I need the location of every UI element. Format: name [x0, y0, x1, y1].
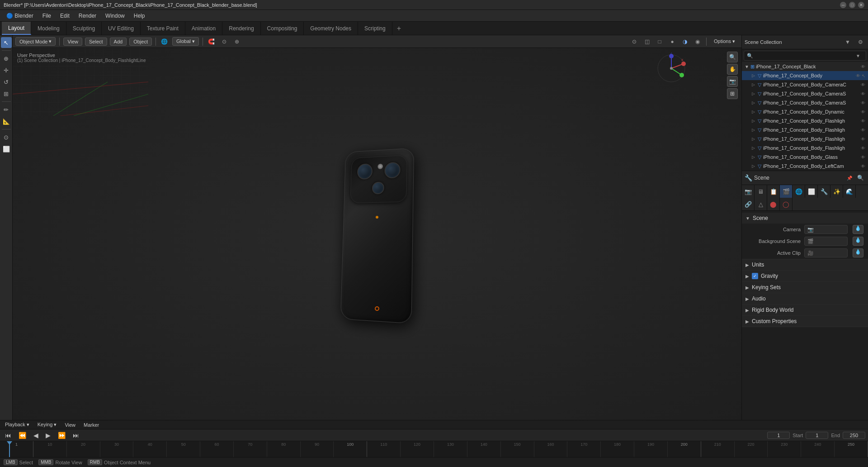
tl-marker-menu[interactable]: Marker [81, 421, 101, 429]
props-shader-icon[interactable]: ◯ [780, 198, 793, 210]
viewport-transform-orientation[interactable]: Global ▾ [172, 37, 199, 46]
shading-solid[interactable]: ● [667, 37, 677, 47]
props-render-icon[interactable]: 📷 [742, 185, 755, 198]
eye-icon[interactable]: 👁 [861, 164, 865, 169]
eye-icon[interactable]: 👁 [861, 119, 865, 124]
props-output-icon[interactable]: 🖥 [755, 185, 767, 198]
select-menu[interactable]: Select [85, 38, 107, 46]
tab-texture-paint[interactable]: Texture Paint [141, 22, 185, 35]
gravity-checkbox[interactable]: ✓ [752, 273, 758, 279]
keying-sets-header[interactable]: ▶ Keying Sets [742, 282, 868, 293]
viewport-options[interactable]: Options ▾ [710, 38, 739, 45]
tab-sculpting[interactable]: Sculpting [66, 22, 102, 35]
eye-icon[interactable]: 👁 [861, 100, 865, 105]
eye-icon[interactable]: 👁 [861, 82, 865, 87]
outliner-item-flash4[interactable]: ▷ ▽ iPhone_17_Concept_Body_Flashligh 👁 [742, 143, 868, 152]
start-frame-input[interactable] [806, 432, 828, 439]
props-search-icon[interactable]: 🔍 [855, 173, 865, 183]
outliner-item-flash2[interactable]: ▷ ▽ iPhone_17_Concept_Body_Flashligh 👁 [742, 125, 868, 134]
viewport-shading-global[interactable]: 🌐 [160, 37, 170, 47]
menu-file[interactable]: File [39, 12, 55, 20]
props-modifiers-icon[interactable]: 🔧 [818, 185, 830, 198]
camera-eyedropper[interactable]: 💧 [853, 225, 863, 234]
eye-icon[interactable]: 👁 [861, 146, 865, 151]
outliner-item-flash3[interactable]: ▷ ▽ iPhone_17_Concept_Body_Flashligh 👁 [742, 134, 868, 143]
shading-material[interactable]: ◑ [680, 37, 690, 47]
menu-edit[interactable]: Edit [57, 12, 73, 20]
bg-scene-field[interactable]: 🎬 [804, 237, 848, 246]
audio-header[interactable]: ▶ Audio [742, 293, 868, 304]
props-scene-icon[interactable]: 🎬 [780, 185, 793, 198]
props-object-icon[interactable]: ⬜ [805, 185, 818, 198]
navigation-gizmo[interactable]: X Y Z [656, 52, 687, 84]
outliner-filter-icon[interactable]: ▼ [843, 37, 853, 47]
outliner-sort-icon[interactable]: ▼ [853, 51, 863, 61]
tab-compositing[interactable]: Compositing [261, 22, 304, 35]
add-cube-button[interactable]: ⬜ [1, 143, 12, 154]
transform-tool-button[interactable]: ⊙ [1, 132, 12, 143]
menu-render[interactable]: Render [75, 12, 100, 20]
units-header[interactable]: ▶ Units [742, 259, 868, 270]
gravity-header[interactable]: ▶ ✓ Gravity [742, 271, 868, 281]
props-pin-icon[interactable]: 📌 [844, 173, 854, 183]
object-menu[interactable]: Object [129, 38, 152, 46]
tab-layout[interactable]: Layout [2, 22, 31, 35]
collection-iphone[interactable]: ▼ ⊞ iPhone_17_Concept_Black 👁 [742, 62, 868, 71]
eye-icon[interactable]: 👁 [861, 155, 865, 160]
tab-rendering[interactable]: Rendering [222, 22, 260, 35]
view-menu[interactable]: View [63, 38, 82, 46]
tab-geometry-nodes[interactable]: Geometry Nodes [304, 22, 358, 35]
scene-section-header[interactable]: ▼ Scene [742, 213, 868, 224]
add-workspace-button[interactable]: + [392, 22, 406, 35]
grid-button[interactable]: ⊞ [727, 88, 738, 99]
transform-pivot[interactable]: ⊕ [232, 37, 242, 47]
tl-playback-menu[interactable]: Playback ▾ [3, 421, 32, 429]
eye-icon[interactable]: 👁 [861, 110, 865, 114]
prev-frame-button[interactable]: ⏪ [16, 431, 28, 440]
mode-selector[interactable]: Object Mode▾ [15, 37, 56, 46]
rigid-body-header[interactable]: ▶ Rigid Body World [742, 305, 868, 315]
active-clip-eyedropper[interactable]: 💧 [853, 248, 863, 257]
play-button[interactable]: ▶ [43, 431, 53, 440]
rotate-tool-button[interactable]: ↺ [1, 76, 12, 87]
props-data-icon[interactable]: △ [755, 198, 767, 210]
zoom-in-button[interactable]: 🔍 [727, 52, 738, 62]
active-clip-field[interactable]: 🎥 [804, 248, 848, 257]
outliner-item-dynamic[interactable]: ▷ ▽ iPhone_17_Concept_Body_Dynamic 👁 [742, 107, 868, 116]
menu-blender[interactable]: 🔵 Blender [3, 12, 37, 20]
search-input[interactable] [755, 53, 851, 58]
eye-icon[interactable]: 👁 [856, 73, 860, 78]
tl-keying-menu[interactable]: Keying ▾ [35, 421, 59, 429]
tab-animation[interactable]: Animation [185, 22, 222, 35]
select-tool-button[interactable]: ↖ [1, 37, 12, 48]
props-material-icon[interactable]: ⬤ [767, 198, 780, 210]
bg-scene-eyedropper[interactable]: 💧 [853, 237, 863, 246]
props-physics-icon[interactable]: 🌊 [843, 185, 856, 198]
3d-viewport[interactable]: User Perspective (1) Scene Collection | … [13, 48, 741, 420]
close-button[interactable]: ✕ [858, 2, 864, 8]
eye-icon[interactable]: 👁 [861, 137, 865, 142]
outliner-item-flash1[interactable]: ▷ ▽ iPhone_17_Concept_Body_Flashligh 👁 [742, 116, 868, 125]
props-particles-icon[interactable]: ✨ [830, 185, 843, 198]
end-frame-input[interactable] [843, 432, 865, 439]
measure-tool-button[interactable]: 📐 [1, 116, 12, 127]
outliner-search-bar[interactable]: 🔍 ▼ [744, 51, 866, 61]
outliner-item-cameras2[interactable]: ▷ ▽ iPhone_17_Concept_Body_CameraS 👁 [742, 98, 868, 107]
next-frame-button[interactable]: ⏩ [56, 431, 68, 440]
outliner-item-camerac[interactable]: ▷ ▽ iPhone_17_Concept_Body_CameraC 👁 [742, 80, 868, 89]
custom-props-header[interactable]: ▶ Custom Properties [742, 316, 868, 327]
move-tool-button[interactable]: ✛ [1, 65, 12, 76]
snap-icon[interactable]: 🧲 [207, 37, 217, 47]
menu-help[interactable]: Help [130, 12, 149, 20]
tl-view-menu[interactable]: View [62, 421, 78, 429]
shading-render[interactable]: ◉ [693, 37, 703, 47]
tab-uv-editing[interactable]: UV Editing [102, 22, 141, 35]
outliner-settings-icon[interactable]: ⚙ [855, 37, 865, 47]
xray-toggle[interactable]: ◫ [642, 37, 652, 47]
tab-modeling[interactable]: Modeling [31, 22, 66, 35]
eye-icon[interactable]: 👁 [861, 128, 865, 133]
tab-scripting[interactable]: Scripting [358, 22, 392, 35]
minimize-button[interactable]: ─ [840, 2, 846, 8]
select-icon[interactable]: ↖ [862, 73, 865, 78]
shading-wire[interactable]: □ [655, 37, 665, 47]
